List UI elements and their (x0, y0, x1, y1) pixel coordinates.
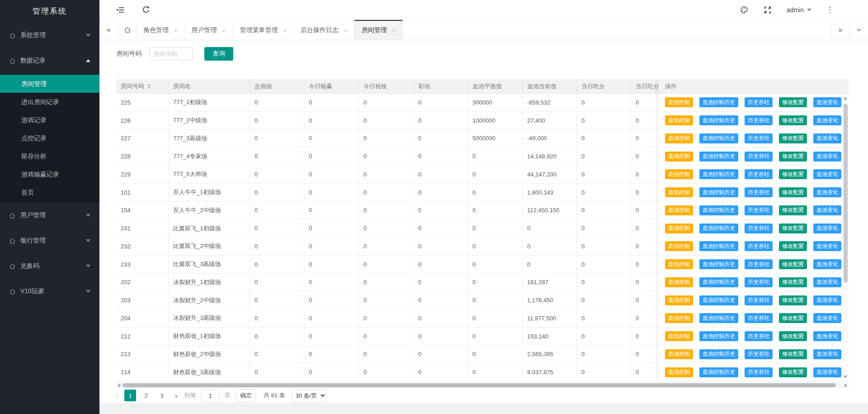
action-button-2[interactable]: 历史吞吐 (745, 313, 773, 323)
scroll-up-icon[interactable] (844, 97, 847, 100)
action-button-0[interactable]: 血池控制 (665, 115, 693, 125)
action-button-3[interactable]: 修改配置 (779, 115, 807, 125)
action-button-4[interactable]: 血池变化 (813, 259, 841, 269)
action-button-1[interactable]: 血池控制历史 (699, 349, 738, 359)
action-button-1[interactable]: 血池控制历史 (699, 152, 738, 162)
query-button[interactable]: 查询 (204, 47, 233, 61)
tab-4[interactable]: 房间管理× (354, 20, 403, 40)
action-button-2[interactable]: 历史吞吐 (745, 205, 773, 215)
action-button-1[interactable]: 血池控制历史 (699, 367, 738, 377)
sidebar-subitem-房间管理[interactable]: 房间管理 (0, 75, 99, 93)
action-button-3[interactable]: 修改配置 (779, 169, 807, 179)
page-number-2[interactable]: 2 (140, 390, 152, 401)
action-button-3[interactable]: 修改配置 (779, 152, 807, 162)
action-button-1[interactable]: 血池控制历史 (699, 259, 738, 269)
action-button-1[interactable]: 血池控制历史 (699, 169, 738, 179)
action-button-2[interactable]: 历史吞吐 (745, 115, 773, 125)
action-button-2[interactable]: 历史吞吐 (745, 349, 773, 359)
action-button-2[interactable]: 历史吞吐 (745, 224, 773, 233)
goto-page-input[interactable] (201, 390, 219, 401)
tabs-menu-icon[interactable] (849, 20, 868, 40)
horizontal-scrollbar[interactable] (116, 382, 849, 388)
action-button-1[interactable]: 血池控制历史 (699, 241, 738, 251)
scroll-down-icon[interactable] (844, 376, 847, 378)
action-button-1[interactable]: 血池控制历史 (699, 224, 738, 233)
page-number-3[interactable]: 3 (156, 390, 168, 401)
sidebar-item-3[interactable]: 银行管理 (0, 228, 99, 253)
page-number-1[interactable]: 1 (124, 390, 136, 401)
tab-3[interactable]: 后台操作日志× (294, 20, 355, 40)
action-button-4[interactable]: 血池变化 (813, 169, 841, 179)
action-button-2[interactable]: 历史吞吐 (745, 277, 773, 287)
action-button-4[interactable]: 血池变化 (813, 133, 841, 143)
action-button-1[interactable]: 血池控制历史 (699, 331, 738, 341)
tabs-scroll-left-icon[interactable]: « (99, 20, 118, 40)
action-button-2[interactable]: 历史吞吐 (745, 241, 773, 251)
tab-close-icon[interactable]: × (283, 27, 287, 34)
action-button-3[interactable]: 修改配置 (779, 331, 807, 341)
sidebar-subitem-首页[interactable]: 首页 (0, 183, 99, 201)
action-button-3[interactable]: 修改配置 (779, 224, 807, 233)
action-button-4[interactable]: 血池变化 (813, 295, 841, 305)
action-button-0[interactable]: 血池控制 (665, 331, 693, 341)
action-button-4[interactable]: 血池变化 (813, 205, 841, 215)
action-button-1[interactable]: 血池控制历史 (699, 133, 738, 143)
user-menu[interactable]: admin (787, 6, 811, 14)
action-button-2[interactable]: 历史吞吐 (745, 367, 773, 377)
action-button-4[interactable]: 血池变化 (813, 367, 841, 377)
action-button-0[interactable]: 血池控制 (665, 349, 693, 359)
action-button-1[interactable]: 血池控制历史 (699, 97, 738, 107)
column-header-0[interactable]: 房间号码 (116, 79, 169, 93)
action-button-2[interactable]: 历史吞吐 (745, 169, 773, 179)
sidebar-item-1[interactable]: 数据记录 (0, 48, 99, 73)
action-button-4[interactable]: 血池变化 (813, 97, 841, 107)
action-button-1[interactable]: 血池控制历史 (699, 115, 738, 125)
sidebar-subitem-游戏输赢记录[interactable]: 游戏输赢记录 (0, 165, 99, 183)
action-button-0[interactable]: 血池控制 (665, 97, 693, 107)
tabs-scroll-right-icon[interactable]: » (831, 20, 849, 40)
action-button-2[interactable]: 历史吞吐 (745, 295, 773, 305)
action-button-0[interactable]: 血池控制 (665, 313, 693, 323)
theme-palette-icon[interactable] (740, 5, 749, 14)
action-button-1[interactable]: 血池控制历史 (699, 295, 738, 305)
action-button-4[interactable]: 血池变化 (813, 187, 841, 197)
action-button-0[interactable]: 血池控制 (665, 277, 693, 287)
action-button-3[interactable]: 修改配置 (779, 313, 807, 323)
action-button-0[interactable]: 血池控制 (665, 169, 693, 179)
action-button-1[interactable]: 血池控制历史 (699, 277, 738, 287)
action-button-0[interactable]: 血池控制 (665, 241, 693, 251)
action-button-3[interactable]: 修改配置 (779, 205, 807, 215)
tab-close-icon[interactable]: × (222, 27, 226, 34)
action-button-3[interactable]: 修改配置 (779, 241, 807, 251)
sidebar-item-0[interactable]: 系统管理 (0, 23, 99, 48)
sidebar-subitem-游戏记录[interactable]: 游戏记录 (0, 111, 99, 129)
action-button-3[interactable]: 修改配置 (779, 277, 807, 287)
action-button-0[interactable]: 血池控制 (665, 133, 693, 143)
action-button-4[interactable]: 血池变化 (813, 224, 841, 233)
action-button-4[interactable]: 血池变化 (813, 152, 841, 162)
action-button-0[interactable]: 血池控制 (665, 152, 693, 162)
action-button-4[interactable]: 血池变化 (813, 277, 841, 287)
prev-page-icon[interactable]: ‹ (116, 392, 118, 400)
action-button-2[interactable]: 历史吞吐 (745, 133, 773, 143)
page-size-select[interactable]: 30 条/页 (292, 390, 327, 401)
action-button-3[interactable]: 修改配置 (779, 187, 807, 197)
action-button-3[interactable]: 修改配置 (779, 367, 807, 377)
action-button-0[interactable]: 血池控制 (665, 295, 693, 305)
action-button-4[interactable]: 血池变化 (813, 115, 841, 125)
action-button-1[interactable]: 血池控制历史 (699, 205, 738, 215)
fullscreen-icon[interactable] (763, 5, 772, 14)
sidebar-item-2[interactable]: 用户管理 (0, 203, 99, 228)
action-button-3[interactable]: 修改配置 (779, 259, 807, 269)
action-button-4[interactable]: 血池变化 (813, 241, 841, 251)
kebab-menu-icon[interactable]: ⋮ (826, 6, 834, 14)
next-page-icon[interactable]: › (175, 392, 177, 400)
action-button-0[interactable]: 血池控制 (665, 205, 693, 215)
action-button-0[interactable]: 血池控制 (665, 187, 693, 197)
action-button-4[interactable]: 血池变化 (813, 313, 841, 323)
action-button-0[interactable]: 血池控制 (665, 259, 693, 269)
action-button-4[interactable]: 血池变化 (813, 349, 841, 359)
vertical-scrollbar[interactable] (842, 94, 849, 381)
action-button-0[interactable]: 血池控制 (665, 367, 693, 377)
home-tab[interactable] (118, 20, 137, 40)
